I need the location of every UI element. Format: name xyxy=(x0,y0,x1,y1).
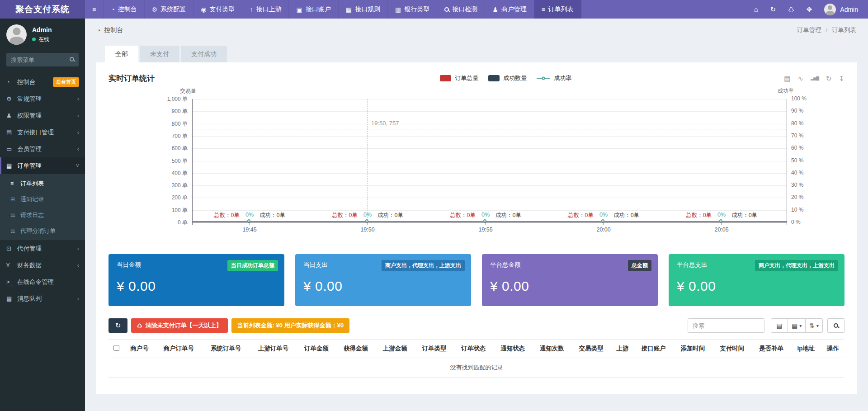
sidebar-submenu: ≡订单列表⊞通知记录⚖请求日志⚖代理分润订单 xyxy=(0,174,85,240)
nav-item-接口账户[interactable]: ▣接口账户 xyxy=(289,0,338,19)
legend-item-成功数量[interactable]: 成功数量 xyxy=(488,74,527,82)
refresh-icon: ↻ xyxy=(115,321,121,330)
column-header-是否补单[interactable]: 是否补单 xyxy=(752,340,791,358)
column-header-通知次数[interactable]: 通知次数 xyxy=(532,340,571,358)
column-header-添加时间[interactable]: 添加时间 xyxy=(673,340,712,358)
hamburger-icon: ≡ xyxy=(92,6,96,13)
refresh-button[interactable]: ↻ xyxy=(108,318,127,333)
column-header-支付时间[interactable]: 支付时间 xyxy=(712,340,752,358)
column-header-交易类型[interactable]: 交易类型 xyxy=(571,340,611,358)
restore-icon[interactable]: ↻ xyxy=(826,75,832,82)
sidebar-subitem-通知记录[interactable]: ⊞通知记录 xyxy=(0,191,85,207)
column-header-订单金额[interactable]: 订单金额 xyxy=(297,340,336,358)
annotation-success: 成功：0单 xyxy=(259,212,285,219)
column-header-商户订单号[interactable]: 商户订单号 xyxy=(155,340,203,358)
table-search-input[interactable] xyxy=(688,318,764,333)
navbar-right: ⌂↻♺✥ Admin xyxy=(754,0,868,19)
nav-item-label: 银行类型 xyxy=(404,5,429,14)
nav-item-接口规则[interactable]: ▦接口规则 xyxy=(339,0,388,19)
tick-annotation: 总数：0单0%成功：0单 xyxy=(214,212,285,219)
sidebar-subitem-请求日志[interactable]: ⚖请求日志 xyxy=(0,207,85,223)
column-header-商户号[interactable]: 商户号 xyxy=(124,340,155,358)
search-icon[interactable] xyxy=(70,57,74,61)
nav-item-支付类型[interactable]: ◉支付类型 xyxy=(193,0,242,19)
breadcrumb-row: ◔ 控制台 订单管理 / 订单列表 xyxy=(85,19,868,34)
gridline xyxy=(192,173,787,174)
breadcrumb-section[interactable]: 订单管理 xyxy=(797,27,821,33)
bar-chart-icon[interactable]: ▂▅▇ xyxy=(811,76,819,80)
nav-item-接口上游[interactable]: ↑接口上游 xyxy=(242,0,289,19)
export-button[interactable]: ⇅ ▾ xyxy=(805,318,823,333)
sidebar-item-会员管理[interactable]: ▭会员管理‹ xyxy=(0,141,85,157)
home-icon[interactable]: ⌂ xyxy=(754,5,758,14)
column-header-接口账户[interactable]: 接口账户 xyxy=(634,340,673,358)
navbar-user[interactable]: Admin xyxy=(824,4,858,15)
refresh-icon[interactable]: ↻ xyxy=(770,5,776,14)
column-header-ip地址[interactable]: ip地址 xyxy=(791,340,821,358)
tab-全部[interactable]: 全部 xyxy=(105,46,138,62)
sidebar-item-label: 权限管理 xyxy=(17,112,77,120)
column-header-获得金额[interactable]: 获得金额 xyxy=(336,340,375,358)
y-axis-tick-right: 50 % xyxy=(791,157,827,164)
x-axis-tick xyxy=(722,222,722,225)
search-toggle-button[interactable] xyxy=(827,318,844,333)
sidebar-item-权限管理[interactable]: ♟权限管理‹ xyxy=(0,107,85,124)
pagination-toggle-button[interactable]: ▤ xyxy=(771,318,788,333)
column-header-系统订单号[interactable]: 系统订单号 xyxy=(203,340,250,358)
y-axis-tick-right: 100 % xyxy=(791,95,827,102)
sidebar-item-常规管理[interactable]: ⚙常规管理‹ xyxy=(0,90,85,107)
pagination-icon: ▤ xyxy=(776,322,782,329)
sidebar-item-消息队列[interactable]: ▤消息队列‹ xyxy=(0,290,85,307)
bars-icon: ≡ xyxy=(542,6,545,13)
chart-title: 实时订单统计 xyxy=(108,73,155,84)
success-rate-line xyxy=(192,221,787,222)
clear-unpaid-button[interactable]: ♺ 清除未支付订单【一天以上】 xyxy=(131,318,228,333)
tab-支付成功[interactable]: 支付成功 xyxy=(181,46,227,62)
line-chart-icon[interactable]: ∿ xyxy=(798,75,804,82)
legend-item-成功率[interactable]: 成功率 xyxy=(537,74,571,82)
sidebar-toggle-button[interactable]: ≡ xyxy=(85,0,104,19)
y-axis-tick-right: 0 % xyxy=(791,219,827,225)
sidebar-item-财务数据[interactable]: ¥财务数据‹ xyxy=(0,257,85,274)
column-header-订单状态[interactable]: 订单状态 xyxy=(454,340,493,358)
nav-item-label: 接口上游 xyxy=(256,5,281,14)
stat-card-平台总支出: 平台总支出商户支出，代理支出，上游支出¥ 0.00 xyxy=(669,254,844,306)
avatar xyxy=(6,24,27,45)
sidebar-subitem-代理分润订单[interactable]: ⚖代理分润订单 xyxy=(0,223,85,239)
trash-icon[interactable]: ♺ xyxy=(788,5,794,14)
column-header-订单类型[interactable]: 订单类型 xyxy=(415,340,454,358)
x-axis-tick xyxy=(486,222,486,225)
columns-button[interactable]: ▦ ▾ xyxy=(788,318,806,333)
x-axis-tick xyxy=(604,222,604,225)
select-all-checkbox[interactable] xyxy=(113,345,119,351)
nav-item-商户管理[interactable]: ♟商户管理 xyxy=(485,0,534,19)
sidebar-item-代付管理[interactable]: ⊡代付管理‹ xyxy=(0,240,85,257)
nav-item-订单列表[interactable]: ≡订单列表 xyxy=(534,0,581,19)
sidebar-item-控制台[interactable]: ◔控制台后台首页 xyxy=(0,74,85,90)
column-header-上游金额[interactable]: 上游金额 xyxy=(375,340,415,358)
nav-item-系统配置[interactable]: ⚙系统配置 xyxy=(145,0,194,19)
sidebar-item-在线命令管理[interactable]: >_在线命令管理 xyxy=(0,274,85,290)
tab-未支付[interactable]: 未支付 xyxy=(140,46,179,62)
column-header-通知状态[interactable]: 通知状态 xyxy=(493,340,533,358)
data-view-icon[interactable]: ▤ xyxy=(784,75,790,82)
save-image-icon[interactable]: ↧ xyxy=(839,75,844,82)
legend-item-订单总量[interactable]: 订单总量 xyxy=(440,74,478,82)
nav-item-银行类型[interactable]: ▥银行类型 xyxy=(388,0,437,19)
annotation-total: 总数：0单 xyxy=(332,212,358,219)
nav-item-接口检测[interactable]: 接口检测 xyxy=(437,0,485,19)
table-toolbar-right: ▤ ▦ ▾ ⇅ ▾ xyxy=(688,318,844,333)
sidebar-item-label: 消息队列 xyxy=(17,295,77,303)
sidebar-subitem-订单列表[interactable]: ≡订单列表 xyxy=(0,175,85,191)
sidebar-search-input[interactable] xyxy=(6,53,79,66)
list-amount-button[interactable]: 当前列表金额: ¥0 用户实际获得金额：¥0 xyxy=(231,318,349,333)
sidebar-item-订单管理[interactable]: ▤订单管理˅ xyxy=(0,157,85,174)
nav-item-label: 商户管理 xyxy=(501,5,527,14)
sidebar-item-支付接口管理[interactable]: ▤支付接口管理‹ xyxy=(0,124,85,141)
column-header-操作[interactable]: 操作 xyxy=(821,340,844,358)
nav-item-控制台[interactable]: ◔控制台 xyxy=(104,0,144,19)
fullscreen-icon[interactable]: ✥ xyxy=(807,5,812,14)
column-header-上游[interactable]: 上游 xyxy=(611,340,634,358)
orders-table: 商户号商户订单号系统订单号上游订单号订单金额获得金额上游金额订单类型订单状态通知… xyxy=(108,339,844,378)
column-header-上游订单号[interactable]: 上游订单号 xyxy=(250,340,297,358)
